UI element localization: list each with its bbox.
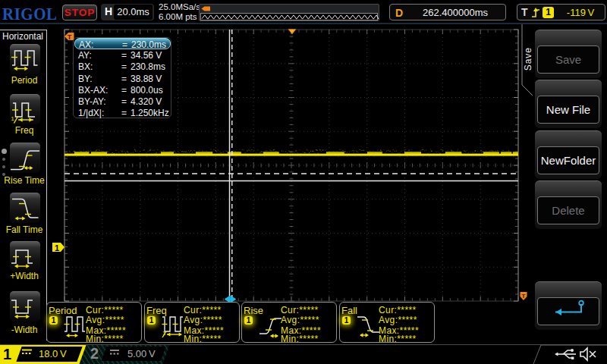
svg-text:T: T xyxy=(68,33,72,41)
svg-text:1: 1 xyxy=(11,115,14,122)
svg-text:1: 1 xyxy=(55,243,59,253)
svg-text:T: T xyxy=(522,293,526,300)
svg-text:1: 1 xyxy=(162,330,165,337)
